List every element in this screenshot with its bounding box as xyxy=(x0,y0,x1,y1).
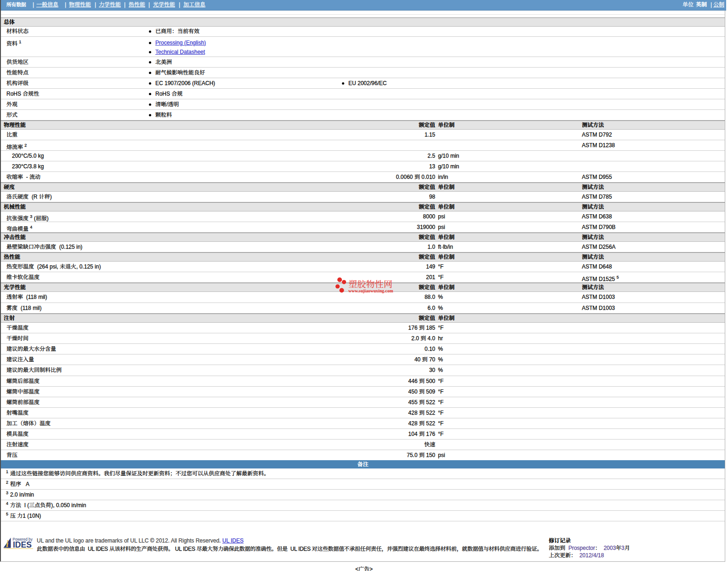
svg-text:i: i xyxy=(6,538,9,549)
svg-text:www.sujiaowuxing.com: www.sujiaowuxing.com xyxy=(348,289,393,293)
svg-text:IDES: IDES xyxy=(13,540,32,549)
svg-text:塑胶物性网: 塑胶物性网 xyxy=(348,277,392,290)
